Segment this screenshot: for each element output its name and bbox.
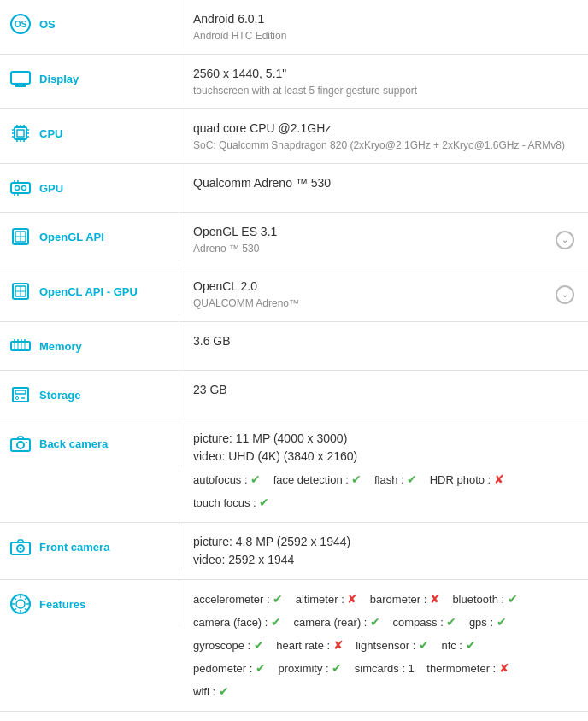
svg-rect-45 <box>15 390 26 394</box>
spec-table: OS OS Android 6.0.1 Android HTC Edition … <box>0 0 588 712</box>
row-storage: Storage 23 GB <box>0 371 588 419</box>
row-features: Features accelerometer : ✔ altimeter : ✘… <box>0 580 588 712</box>
backcamera-label: Back camera <box>39 437 108 450</box>
os-value: Android 6.0.1 Android HTC Edition <box>179 0 588 54</box>
backcamera-picture: picture: 11 MP (4000 x 3000) <box>193 430 574 448</box>
cpu-label: CPU <box>39 127 62 140</box>
front-camera-icon <box>9 535 32 559</box>
memory-value: 3.6 GB <box>179 322 588 360</box>
display-sub: touchscreen with at least 5 finger gestu… <box>193 83 574 98</box>
svg-point-50 <box>26 442 27 443</box>
os-label: OS <box>39 18 56 31</box>
row-cpu: CPU quad core CPU @2.1GHz SoC: Qualcomm … <box>0 109 588 164</box>
lightsensor-check: ✔ <box>419 638 429 652</box>
features-line1: accelerometer : ✔ altimeter : ✘ baromete… <box>193 590 574 608</box>
autofocus-label: autofocus : <box>193 473 248 486</box>
display-label: Display <box>39 73 79 85</box>
hdr-label: HDR photo : <box>430 473 491 486</box>
row-memory: Memory 3.6 GB <box>0 322 588 371</box>
label-opengl: OpenGL API <box>0 213 179 261</box>
features-line3: gyroscope : ✔ heart rate : ✘ lightsensor… <box>193 636 574 654</box>
cpu-icon <box>9 121 32 145</box>
storage-icon <box>9 383 32 407</box>
cpu-main: quad core CPU @2.1GHz <box>193 120 574 138</box>
svg-point-55 <box>16 600 25 608</box>
storage-label: Storage <box>39 389 80 402</box>
row-opengl: OpenGL API OpenGL ES 3.1 Adreno ™ 530 ⌄ <box>0 213 588 267</box>
gps-check: ✔ <box>497 615 507 629</box>
gpu-icon <box>9 176 32 200</box>
heart-rate-label: heart rate : <box>276 639 330 652</box>
barometer-cross: ✘ <box>430 592 440 606</box>
svg-text:OS: OS <box>15 20 27 29</box>
thermometer-cross: ✘ <box>499 661 509 675</box>
touch-focus-label: touch focus : <box>193 496 256 509</box>
svg-point-21 <box>15 186 20 191</box>
svg-rect-35 <box>11 342 30 350</box>
gyroscope-label: gyroscope : <box>193 639 250 652</box>
memory-main: 3.6 GB <box>193 332 574 350</box>
camera-rear-check: ✔ <box>370 615 380 629</box>
touch-focus-check: ✔ <box>259 495 269 509</box>
storage-main: 23 GB <box>193 381 574 399</box>
display-value: 2560 x 1440, 5.1" touchscreen with at le… <box>179 55 588 108</box>
camera-icon <box>9 431 32 455</box>
compass-check: ✔ <box>446 615 456 629</box>
face-detection-check: ✔ <box>351 472 362 486</box>
memory-icon <box>9 334 32 358</box>
features-line2: camera (face) : ✔ camera (rear) : ✔ comp… <box>193 613 574 631</box>
cpu-value: quad core CPU @2.1GHz SoC: Qualcomm Snap… <box>179 109 588 163</box>
heart-rate-cross: ✘ <box>333 638 344 652</box>
opengl-dropdown-icon[interactable]: ⌄ <box>556 231 574 249</box>
gyroscope-check: ✔ <box>254 638 264 652</box>
pedometer-check: ✔ <box>256 661 266 675</box>
flash-label: flash : <box>374 473 404 486</box>
row-os: OS OS Android 6.0.1 Android HTC Edition <box>0 0 588 55</box>
svg-line-62 <box>25 597 27 600</box>
barometer-label: barometer : <box>370 593 426 606</box>
label-os: OS OS <box>0 0 179 48</box>
os-main: Android 6.0.1 <box>193 10 574 28</box>
features-icon <box>9 592 32 616</box>
compass-label: compass : <box>393 616 444 629</box>
hdr-cross: ✘ <box>494 472 504 486</box>
opencl-dropdown-icon[interactable]: ⌄ <box>556 285 574 304</box>
backcamera-features-line1: autofocus : ✔ face detection : ✔ flash :… <box>193 471 574 489</box>
label-frontcamera: Front camera <box>0 523 179 571</box>
svg-point-53 <box>20 548 22 550</box>
opengl-sub: Adreno ™ 530 <box>193 241 545 256</box>
opencl-label: OpenCL API - GPU <box>39 285 138 298</box>
svg-line-61 <box>25 608 27 611</box>
svg-point-46 <box>16 397 19 400</box>
opengl-icon <box>9 225 32 249</box>
pedometer-label: pedometer : <box>193 662 252 675</box>
opencl-main: OpenCL 2.0 <box>193 278 545 296</box>
svg-line-63 <box>14 608 16 611</box>
frontcamera-main: picture: 4.8 MP (2592 x 1944) <box>193 533 574 551</box>
row-gpu: GPU Qualcomm Adreno ™ 530 <box>0 164 588 213</box>
memory-label: Memory <box>39 340 82 353</box>
row-display: Display 2560 x 1440, 5.1" touchscreen wi… <box>0 55 588 109</box>
features-value: accelerometer : ✔ altimeter : ✘ baromete… <box>179 580 588 711</box>
camera-face-label: camera (face) : <box>193 616 268 629</box>
svg-rect-20 <box>11 183 30 193</box>
cpu-sub: SoC: Qualcomm Snapdragon 820 (2xKryo@2.1… <box>193 138 574 153</box>
wifi-check: ✔ <box>219 684 229 698</box>
proximity-label: proximity : <box>278 662 328 675</box>
opengl-main: OpenGL ES 3.1 <box>193 223 545 241</box>
row-opencl: OpenCL API - GPU OpenCL 2.0 QUALCOMM Adr… <box>0 267 588 322</box>
gps-label: gps : <box>469 616 493 629</box>
backcamera-features-line2: touch focus : ✔ <box>193 494 574 512</box>
label-gpu: GPU <box>0 164 179 212</box>
opencl-icon <box>9 279 32 303</box>
svg-line-60 <box>14 597 16 600</box>
opengl-value: OpenGL ES 3.1 Adreno ™ 530 ⌄ <box>179 213 588 267</box>
accelerometer-label: accelerometer : <box>193 593 270 606</box>
label-features: Features <box>0 580 179 628</box>
lightsensor-label: lightsensor : <box>356 639 415 652</box>
backcamera-value: picture: 11 MP (4000 x 3000) video: UHD … <box>179 419 588 522</box>
display-main: 2560 x 1440, 5.1" <box>193 65 574 83</box>
features-label: Features <box>39 598 85 611</box>
altimeter-cross: ✘ <box>347 592 357 606</box>
label-backcamera: Back camera <box>0 419 179 467</box>
